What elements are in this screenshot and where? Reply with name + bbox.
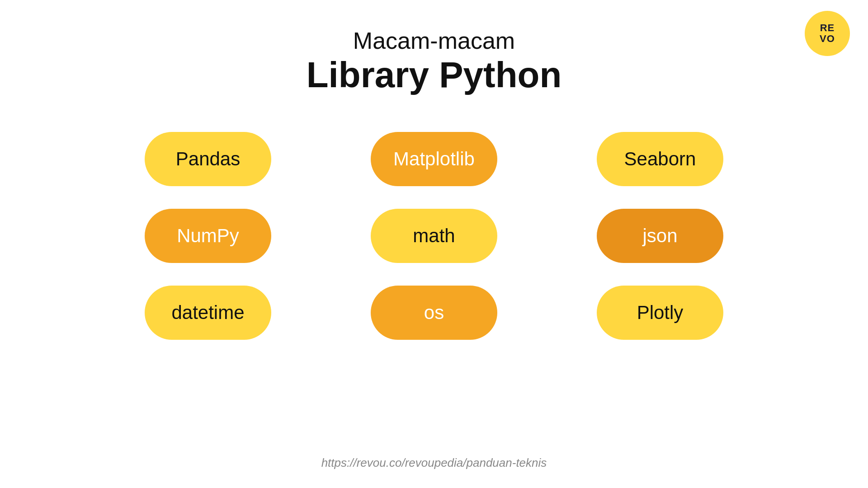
pill-math: math xyxy=(371,209,497,263)
pill-datetime: datetime xyxy=(145,286,271,340)
pill-json: json xyxy=(597,209,723,263)
pill-plotly: Plotly xyxy=(597,286,723,340)
page-title: Library Python xyxy=(0,54,868,96)
logo-text: RE VO xyxy=(820,23,835,44)
footer-url: https://revou.co/revoupedia/panduan-tekn… xyxy=(0,456,868,470)
library-grid: PandasMatplotlibSeabornNumPymathjsondate… xyxy=(0,132,868,340)
subtitle: Macam-macam xyxy=(0,27,868,54)
logo: RE VO xyxy=(805,11,850,56)
pill-seaborn: Seaborn xyxy=(597,132,723,186)
pill-pandas: Pandas xyxy=(145,132,271,186)
pill-matplotlib: Matplotlib xyxy=(371,132,497,186)
header: Macam-macam Library Python xyxy=(0,0,868,105)
pill-numpy: NumPy xyxy=(145,209,271,263)
pill-os: os xyxy=(371,286,497,340)
